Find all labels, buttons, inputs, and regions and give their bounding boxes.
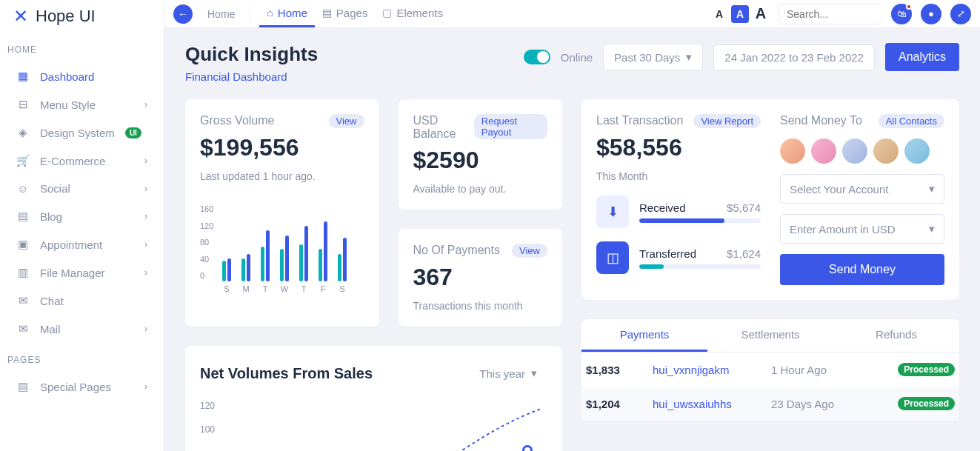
sidebar-item-chat[interactable]: ✉Chat (0, 287, 164, 315)
analytics-button[interactable]: Analytics (885, 43, 959, 71)
avatar[interactable] (842, 138, 867, 164)
online-toggle[interactable] (524, 50, 550, 64)
sidebar-item-label: Appointment (40, 238, 102, 251)
gross-volume-card: Gross Volume View $199,556 Last updated … (185, 99, 379, 327)
sidebar-item-design-system[interactable]: ◈Design SystemUI (0, 118, 164, 147)
tab-icon: ⌂ (267, 7, 273, 19)
sidebar-item-menu-style[interactable]: ⊟Menu Style› (0, 90, 164, 118)
chevron-right-icon: › (144, 267, 147, 278)
payment-row[interactable]: $1,833hui_vxnnjigakm1 Hour AgoProcessed (581, 353, 959, 387)
font-small-button[interactable]: A (710, 5, 728, 23)
sidebar-section-label: PAGES (0, 343, 164, 373)
sidebar-item-blog[interactable]: ▤Blog› (0, 202, 164, 230)
sidebar-item-mail[interactable]: ✉Mail› (0, 315, 164, 343)
net-chart: 120100 (200, 401, 547, 451)
avatar[interactable] (873, 138, 899, 164)
download-icon: ⬇ (596, 196, 629, 228)
chevron-down-icon: ▾ (531, 367, 537, 380)
menu-icon: ◈ (16, 126, 30, 139)
net-volumes-card: Net Volumes From Sales This year ▾ 12010… (185, 346, 562, 451)
net-title: Net Volumes From Sales (200, 365, 373, 382)
date-range-input[interactable]: 24 Jan 2022 to 23 Feb 2022 (713, 44, 875, 70)
last-trans-value: $58,556 (596, 134, 761, 161)
menu-icon: ✉ (16, 294, 30, 307)
gross-chart: 16012080400 SMTWTFS (200, 204, 364, 293)
sidebar-item-label: Blog (40, 210, 62, 223)
gross-note: Last updated 1 hour ago. (200, 170, 364, 182)
all-contacts-pill[interactable]: All Contacts (879, 114, 944, 128)
amount-select[interactable]: Enter Amount in USD▾ (780, 214, 944, 244)
menu-icon: ▤ (16, 380, 30, 393)
payment-time: 23 Days Ago (771, 398, 898, 410)
tab-icon: ▢ (382, 7, 392, 19)
font-large-button[interactable]: A (752, 5, 770, 23)
payment-id[interactable]: hui_uwsxaiuhhs (653, 398, 771, 410)
menu-icon: 🛒 (16, 154, 30, 167)
chevron-down-icon: ▾ (686, 50, 692, 64)
payments-view-pill[interactable]: View (512, 244, 547, 258)
menu-icon: ⊟ (16, 98, 30, 111)
ui-badge: UI (125, 127, 141, 138)
last-trans-label: Last Transaction (596, 114, 683, 127)
send-money-button[interactable]: Send Money (780, 254, 944, 285)
wallet-icon: ◫ (596, 241, 629, 274)
account-select[interactable]: Select Your Account▾ (780, 174, 944, 204)
avatar[interactable] (904, 138, 930, 164)
transferred-label: Transferred (639, 247, 696, 260)
tab-icon: ▤ (322, 7, 332, 19)
nav-tab-home[interactable]: ⌂Home (259, 1, 314, 27)
sidebar-item-label: E-Commerce (40, 155, 105, 167)
sidebar-item-special-pages[interactable]: ▤Special Pages› (0, 373, 164, 401)
view-report-pill[interactable]: View Report (693, 114, 761, 128)
sidebar-item-label: Design System (40, 127, 115, 139)
sidebar-item-appointment[interactable]: ▣Appointment› (0, 230, 164, 258)
menu-icon: ▥ (16, 266, 30, 279)
sidebar-item-file-manager[interactable]: ▥File Manager› (0, 258, 164, 287)
sidebar-item-social[interactable]: ☺Social› (0, 175, 164, 202)
page-subtitle[interactable]: Financial Dashboard (185, 70, 318, 83)
back-button[interactable]: ← (173, 4, 193, 24)
payment-amount: $1,204 (586, 398, 653, 410)
payments-tab-refunds[interactable]: Refunds (833, 319, 959, 352)
sidebar-item-e-commerce[interactable]: 🛒E-Commerce› (0, 147, 164, 175)
sidebar-section-label: HOME (0, 33, 164, 62)
request-payout-pill[interactable]: Request Payout (474, 114, 547, 139)
nav-tab-elements[interactable]: ▢Elements (375, 1, 450, 27)
online-label: Online (561, 51, 593, 64)
usd-value: $2590 (413, 147, 548, 174)
sidebar-item-label: Special Pages (40, 381, 111, 393)
period-select[interactable]: Past 30 Days▾ (603, 44, 703, 70)
payments-note: Transactions this month (413, 300, 548, 312)
gross-view-pill[interactable]: View (329, 114, 364, 128)
sidebar-item-label: Menu Style (40, 98, 96, 111)
send-money-label: Send Money To (780, 114, 862, 127)
net-period-select[interactable]: This year ▾ (469, 361, 547, 386)
sidebar-item-label: File Manager (40, 267, 105, 279)
brand-name: Hope UI (36, 7, 96, 26)
chart-endpoint-marker (522, 445, 533, 451)
avatar[interactable] (780, 138, 805, 164)
menu-icon: ▤ (16, 210, 30, 223)
cart-button[interactable]: 🛍 (891, 4, 912, 24)
payment-id[interactable]: hui_vxnnjigakm (653, 364, 771, 376)
payments-tab-payments[interactable]: Payments (581, 319, 707, 352)
content: Quick Insights Financial Dashboard Onlin… (164, 28, 980, 451)
search-box[interactable]: ⌕ (779, 4, 882, 24)
expand-button[interactable]: ⤢ (950, 4, 971, 24)
received-value: $5,674 (727, 201, 761, 214)
payments-tab-settlements[interactable]: Settlements (707, 319, 833, 352)
gross-value: $199,556 (200, 134, 364, 161)
avatar[interactable] (811, 138, 836, 164)
usd-note: Available to pay out. (413, 183, 548, 195)
nav-tab-pages[interactable]: ▤Pages (315, 1, 376, 27)
payment-row[interactable]: $1,204hui_uwsxaiuhhs23 Days AgoProcessed (581, 387, 959, 421)
user-button[interactable]: ● (921, 4, 941, 24)
transferred-value: $1,624 (727, 247, 761, 260)
chevron-right-icon: › (144, 184, 147, 194)
font-medium-button[interactable]: A (731, 5, 749, 23)
topbar: ← Home ⌂Home▤Pages▢Elements A A A ⌕ 🛍 ● … (164, 0, 980, 28)
last-transaction-card: Last Transaction View Report $58,556 Thi… (581, 99, 959, 300)
sidebar-item-label: Chat (40, 295, 64, 307)
breadcrumb[interactable]: Home (201, 8, 241, 20)
sidebar-item-dashboard[interactable]: ▦Dashboard (0, 62, 164, 90)
